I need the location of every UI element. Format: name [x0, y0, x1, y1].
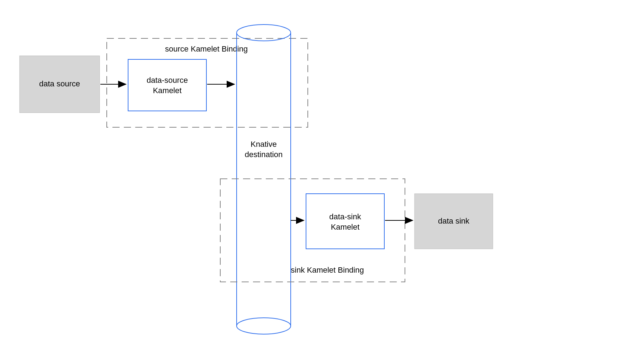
svg-point-4: [237, 318, 291, 334]
svg-point-1: [237, 25, 291, 41]
source-binding-title: source Kamelet Binding: [142, 44, 270, 54]
sink-binding-title: sink Kamelet Binding: [256, 265, 399, 275]
kamelet-binding-diagram: data source source Kamelet Binding data-…: [0, 0, 622, 364]
data-source-label: data source: [20, 79, 100, 89]
data-sink-kamelet-label: data-sink Kamelet: [306, 212, 384, 232]
data-sink-label: data sink: [415, 216, 493, 226]
data-source-kamelet-label: data-source Kamelet: [128, 75, 206, 96]
knative-cylinder: [237, 25, 291, 334]
knative-label: Knative destination: [237, 139, 291, 160]
